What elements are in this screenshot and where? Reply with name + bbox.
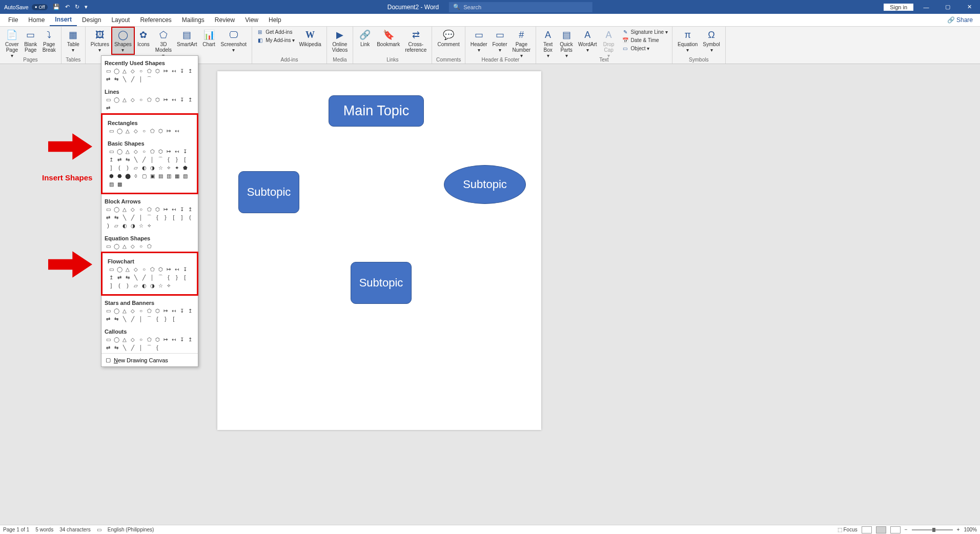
tab-insert[interactable]: Insert <box>50 14 77 26</box>
shape-option[interactable]: } <box>173 274 180 281</box>
shape-option[interactable]: ◇ <box>132 127 139 134</box>
shape-option[interactable]: [ <box>170 214 177 221</box>
shape-option[interactable]: ✧ <box>165 164 172 171</box>
shape-option[interactable]: ╲ <box>121 315 128 322</box>
shape-option[interactable]: ⬠ <box>146 206 153 213</box>
shape-option[interactable]: ◇ <box>132 148 139 155</box>
shape-option[interactable]: ☆ <box>157 164 164 171</box>
shape-option[interactable]: [ <box>181 274 189 281</box>
ribbon-cross-reference[interactable]: ⇄Cross- reference <box>403 28 428 54</box>
shape-option[interactable]: ) <box>124 282 131 289</box>
shape-option[interactable]: ▭ <box>105 67 112 74</box>
shape-option[interactable]: [ <box>170 315 177 322</box>
tab-help[interactable]: Help <box>263 14 287 26</box>
shape-option[interactable]: ⬡ <box>157 148 164 155</box>
shape-option[interactable]: │ <box>137 214 145 221</box>
shape-option[interactable]: ⬠ <box>146 242 153 250</box>
search-input[interactable] <box>463 4 588 10</box>
shape-option[interactable]: ↦ <box>162 206 169 213</box>
ribbon-icons[interactable]: ✿Icons <box>135 28 152 48</box>
ribbon-header[interactable]: ▭Header ▾ <box>468 28 489 54</box>
ribbon-signature-line[interactable]: ✎Signature Line ▾ <box>621 28 669 36</box>
view-web-layout[interactable] <box>890 526 901 533</box>
ribbon-get-add-ins[interactable]: ⊞Get Add-ins <box>255 28 296 36</box>
shape-option[interactable]: ◐ <box>140 282 148 289</box>
shape-option[interactable]: ] <box>178 214 186 221</box>
tab-home[interactable]: Home <box>23 14 50 26</box>
shape-option[interactable]: ○ <box>137 206 145 213</box>
shape-option[interactable]: ⬡ <box>157 265 164 273</box>
shape-option[interactable]: ◑ <box>149 164 156 171</box>
shape-option[interactable]: ↦ <box>165 265 172 273</box>
shape-option[interactable]: ⬢ <box>108 172 115 179</box>
shape-option[interactable]: ↧ <box>181 265 189 273</box>
shape-option[interactable]: ╱ <box>129 344 136 351</box>
shape-option[interactable]: ╱ <box>129 75 136 83</box>
shape-option[interactable]: ⬣ <box>116 172 123 179</box>
shape-option[interactable]: ↥ <box>108 274 115 281</box>
ribbon-3d-models[interactable]: ⬠3D Models ▾ <box>153 28 174 59</box>
shape-option[interactable]: { <box>154 344 161 351</box>
shape-option[interactable]: ⇄ <box>105 315 112 322</box>
doc-shape-subtopic[interactable]: Subtopic <box>351 262 412 304</box>
status-language[interactable]: English (Philippines) <box>108 527 154 532</box>
shape-option[interactable]: △ <box>121 307 128 314</box>
shape-option[interactable]: } <box>162 214 169 221</box>
shape-option[interactable]: ✦ <box>173 164 180 171</box>
shape-option[interactable]: ▱ <box>113 222 120 229</box>
shape-option[interactable]: ↤ <box>170 206 177 213</box>
ribbon-table[interactable]: ▦Table ▾ <box>65 28 82 54</box>
ribbon-cover-page[interactable]: 📄Cover Page ▾ <box>3 28 21 59</box>
shape-option[interactable]: ⬡ <box>154 96 161 103</box>
ribbon-page-number[interactable]: #Page Number ▾ <box>511 28 533 59</box>
shape-option[interactable]: ▭ <box>105 336 112 343</box>
shape-option[interactable]: ▭ <box>105 307 112 314</box>
shape-option[interactable]: ◯ <box>116 265 123 273</box>
tab-view[interactable]: View <box>240 14 263 26</box>
shape-option[interactable]: ╱ <box>129 315 136 322</box>
shape-option[interactable]: ▣ <box>149 172 156 179</box>
shape-option[interactable]: △ <box>121 67 128 74</box>
qat-dropdown-icon[interactable]: ▾ <box>85 4 88 10</box>
shape-option[interactable]: ⇆ <box>113 315 120 322</box>
shape-option[interactable]: ↥ <box>187 307 194 314</box>
shape-option[interactable]: │ <box>137 315 145 322</box>
shape-option[interactable]: ▭ <box>108 148 115 155</box>
doc-shape-main-topic[interactable]: Main Topic <box>329 95 424 127</box>
shape-option[interactable]: ⇆ <box>113 344 120 351</box>
autosave-toggle[interactable]: Off <box>32 4 48 10</box>
shape-option[interactable]: ◇ <box>129 96 136 103</box>
shape-option[interactable]: ⬠ <box>149 127 156 134</box>
shape-option[interactable]: ⇄ <box>116 156 123 163</box>
shape-option[interactable]: ✧ <box>165 282 172 289</box>
ribbon-text-box[interactable]: AText Box ▾ <box>539 28 557 59</box>
shape-option[interactable]: ◯ <box>113 96 120 103</box>
shape-option[interactable]: ] <box>108 282 115 289</box>
doc-shape-subtopic[interactable]: Subtopic <box>444 165 526 204</box>
shape-option[interactable]: ⬤ <box>124 172 131 179</box>
ribbon-shapes[interactable]: ◯Shapes ▾ <box>111 27 135 55</box>
shape-option[interactable]: ▦ <box>173 172 180 179</box>
shape-option[interactable]: ☆ <box>137 222 145 229</box>
shape-option[interactable]: ▨ <box>108 180 115 188</box>
shape-option[interactable]: ⬠ <box>149 265 156 273</box>
shape-option[interactable]: ⇄ <box>105 214 112 221</box>
shape-option[interactable]: ◯ <box>113 206 120 213</box>
ribbon-date-time[interactable]: 📅Date & Time <box>621 36 669 44</box>
zoom-in-button[interactable]: + <box>957 527 960 532</box>
shape-option[interactable]: ╲ <box>132 156 139 163</box>
shape-option[interactable]: ○ <box>140 127 148 134</box>
shape-option[interactable]: ⬡ <box>154 206 161 213</box>
shape-option[interactable]: ▥ <box>165 172 172 179</box>
shape-option[interactable]: ⇆ <box>124 274 131 281</box>
shape-option[interactable]: ▤ <box>157 172 164 179</box>
new-drawing-canvas[interactable]: ▢New Drawing Canvas <box>101 353 198 366</box>
shape-option[interactable]: ▭ <box>105 206 112 213</box>
shape-option[interactable]: ↤ <box>173 127 180 134</box>
status-focus[interactable]: ⬚ Focus <box>838 527 858 532</box>
ribbon-smartart[interactable]: ▤SmartArt <box>175 28 199 48</box>
status-words[interactable]: 5 words <box>35 527 53 532</box>
shape-option[interactable]: ↤ <box>170 307 177 314</box>
shape-option[interactable]: △ <box>121 242 128 250</box>
shape-option[interactable]: ↦ <box>162 307 169 314</box>
